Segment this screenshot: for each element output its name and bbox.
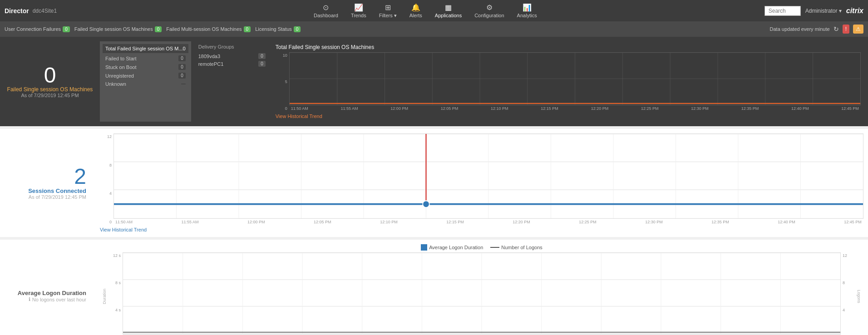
alert-bar-right: Data updated every minute ↻ ! ⚠ [770,25,863,34]
badge-failed-multi-session[interactable]: Failed Multi-session OS Machines 0 [166,26,251,32]
logon-label: Average Logon Duration [18,290,86,296]
info-icon: ℹ [29,296,30,302]
fts-label: Failed to Start [105,56,136,61]
badge-label-ls: Licensing Status [255,26,292,32]
failed-list-item-sob[interactable]: Stuck on Boot 0 [103,63,188,71]
nav-label-analytics: Analytics [517,13,537,18]
failed-list-header-count: 0 [183,46,186,51]
nav-item-analytics[interactable]: 📊 Analytics [512,1,542,20]
logon-label-area: Average Logon Duration ℹ No logons over … [5,244,95,335]
sessions-label: Sessions Connected [28,187,86,194]
failed-list-header: Total Failed Single session OS M... 0 [103,44,188,53]
failed-chart [289,52,861,105]
nav-item-trends[interactable]: 📈 Trends [345,1,372,20]
alert-bar: User Connection Failures 0 Failed Single… [0,21,868,37]
sob-count: 0 [178,64,186,70]
unreg-count: 0 [178,73,186,79]
failed-count-value: 0 [44,64,56,86]
legend-avg-logon: Average Logon Duration [421,244,483,251]
badge-count-fss: 0 [155,26,162,32]
refresh-icon[interactable]: ↻ [833,25,839,33]
nav-menu: ⊙ Dashboard 📈 Trends ⊞ Filters ▾ 🔔 Alert… [86,1,764,20]
failed-list-header-label: Total Failed Single session OS M... [105,46,183,51]
delivery-groups-panel: Delivery Groups 1809vda3 0 remotePC1 0 [196,41,268,122]
nav-label-filters: Filters ▾ [379,13,397,19]
legend-num-logons-label: Number of Logons [501,245,542,250]
sy-0: 0 [109,220,112,224]
ly-4s: 4 s [115,308,121,312]
sessions-chart [113,133,863,219]
y-label-5: 5 [285,79,287,84]
failed-list-item-unknown[interactable]: Unknown [103,80,188,88]
ry-12: 12 [843,253,847,258]
nav-right: Administrator ▾ citrix [764,6,863,16]
delivery-groups-title: Delivery Groups [198,44,266,49]
nav-item-applications[interactable]: ▦ Applications [429,1,467,20]
sy-8: 8 [109,163,112,168]
failed-count-area: 0 Failed Single session OS Machines As o… [5,41,95,122]
search-input[interactable] [764,6,801,16]
badge-licensing-status[interactable]: Licensing Status 0 [255,26,301,32]
badge-user-connection-failures[interactable]: User Connection Failures 0 [5,26,70,32]
logon-chart [123,252,841,335]
failed-view-trend-link[interactable]: View Historical Trend [276,113,861,119]
ry-8: 8 [843,281,845,285]
nav-item-alerts[interactable]: 🔔 Alerts [404,1,428,20]
sob-label: Stuck on Boot [105,64,137,70]
sessions-count-area: 2 Sessions Connected As of 7/29/2019 12:… [5,133,95,232]
sessions-panel: 2 Sessions Connected As of 7/29/2019 12:… [0,129,868,237]
sessions-count-value: 2 [74,166,86,187]
nav-label-applications: Applications [435,13,462,18]
badge-count-ucf: 0 [63,26,70,32]
y-axis-logons-label: Logons [857,290,861,304]
badge-count-ls: 0 [294,26,301,32]
logon-info: ℹ No logons over last hour [29,296,86,302]
nav-label-trends: Trends [351,13,366,18]
nav-label-alerts: Alerts [409,13,422,18]
sessions-date: As of 7/29/2019 12:45 PM [29,194,86,200]
logon-panel: Average Logon Duration ℹ No logons over … [0,240,868,335]
nav-label-configuration: Configuration [474,13,504,18]
filters-icon: ⊞ [385,3,391,12]
legend-box-blue [421,244,427,251]
y-label-10: 10 [283,53,287,58]
legend-num-logons: Number of Logons [490,245,542,250]
logon-info-text: No logons over last hour [32,297,86,302]
top-navigation: Director ddc4Site1 ⊙ Dashboard 📈 Trends … [0,0,868,21]
failed-chart-y-axis: 10 5 0 [276,52,289,112]
failed-list-item-unreg[interactable]: Unregistered 0 [103,71,188,80]
badge-label-fms: Failed Multi-session OS Machines [166,26,242,32]
nav-item-filters[interactable]: ⊞ Filters ▾ [374,1,402,20]
y-label-0: 0 [285,106,287,111]
delivery-count-vda3: 0 [258,53,266,59]
delivery-count-remotepc: 0 [258,61,266,67]
chart-legend: Average Logon Duration Number of Logons [100,244,863,251]
logon-y-axis-right: 12 8 4 0 [841,252,854,335]
svg-point-32 [423,201,429,207]
legend-line-gray [490,247,499,248]
logon-y-axis-left: 12 s 8 s 4 s 0 s [109,252,123,335]
unknown-count [181,84,186,84]
unreg-label: Unregistered [105,73,134,79]
ly-8s: 8 s [115,281,121,285]
legend-avg-logon-label: Average Logon Duration [429,245,483,250]
sessions-chart-y-axis: 12 8 4 0 [100,133,113,225]
failed-list-item-fts[interactable]: Failed to Start 0 [103,54,188,63]
nav-item-configuration[interactable]: ⚙ Configuration [469,1,509,20]
admin-label[interactable]: Administrator ▾ [805,8,842,14]
sessions-view-trend-link[interactable]: View Historical Trend [100,227,863,232]
badge-failed-single-session[interactable]: Failed Single session OS Machines 0 [74,26,162,32]
ry-4: 4 [843,308,845,312]
app-name: Director [5,7,29,15]
delivery-label-remotepc: remotePC1 [198,61,224,67]
caution-button[interactable]: ⚠ [853,25,863,34]
delivery-item-remotepc[interactable]: remotePC1 0 [198,60,266,68]
failed-chart-title: Total Failed Single session OS Machines [276,44,861,50]
fts-count: 0 [178,55,186,61]
failed-chart-area: Total Failed Single session OS Machines … [273,41,863,122]
ly-12s: 12 s [113,253,121,258]
delivery-item-vda3[interactable]: 1809vda3 0 [198,52,266,60]
warning-button[interactable]: ! [843,25,849,34]
nav-item-dashboard[interactable]: ⊙ Dashboard [308,1,344,20]
sessions-chart-x-axis: 11:50 AM11:55 AM12:00 PM12:05 PM 12:10 P… [113,219,863,225]
